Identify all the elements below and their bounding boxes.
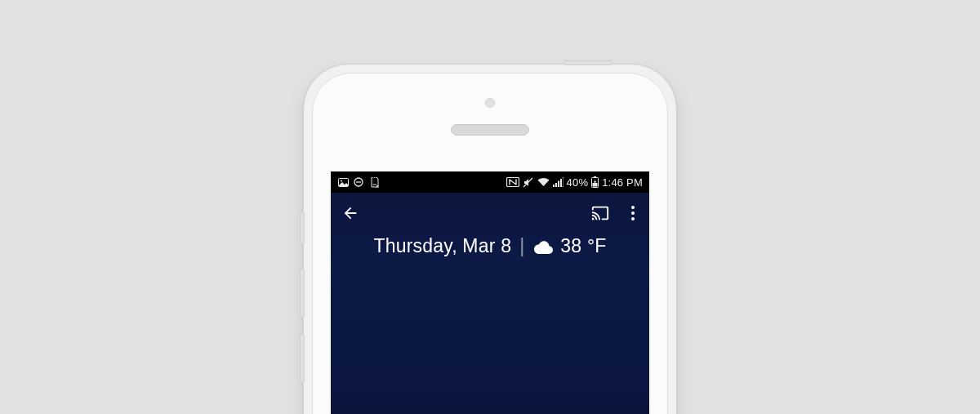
cast-icon: [590, 204, 610, 222]
arrow-back-icon: [341, 204, 359, 222]
phone-frame: 40% 1:46 PM: [303, 64, 677, 414]
svg-point-7: [546, 184, 548, 185]
signal-icon: [553, 176, 564, 188]
weather-chunk: 38 °F: [532, 235, 606, 257]
do-not-disturb-icon: [353, 176, 364, 188]
date-weather-row: Thursday, Mar 8 | 38 °F: [331, 235, 649, 257]
wifi-icon: [537, 176, 550, 188]
stage: 40% 1:46 PM: [0, 0, 980, 414]
svg-rect-10: [558, 181, 559, 188]
cast-button[interactable]: [587, 200, 613, 226]
svg-point-1: [341, 180, 342, 181]
mute-icon: [523, 176, 534, 188]
phone-camera: [485, 98, 495, 108]
svg-point-15: [631, 206, 635, 209]
status-bar: 40% 1:46 PM: [331, 171, 649, 193]
sim-notification-icon: [368, 176, 380, 188]
battery-icon: [591, 176, 599, 188]
image-notification-icon: [337, 176, 349, 188]
status-left: [337, 176, 380, 188]
current-temperature: 38 °F: [560, 235, 606, 257]
svg-point-17: [631, 217, 635, 220]
svg-rect-11: [560, 179, 562, 187]
phone-bezel: 40% 1:46 PM: [312, 73, 668, 414]
phone-speaker: [451, 124, 529, 136]
phone-side-button: [300, 211, 305, 244]
status-clock: 1:46 PM: [602, 176, 643, 189]
phone-side-button: [300, 269, 305, 318]
current-date: Thursday, Mar 8: [373, 235, 511, 257]
more-vert-icon: [631, 206, 635, 220]
battery-percent: 40%: [567, 176, 589, 189]
cloud-icon: [532, 239, 554, 254]
phone-side-button: [300, 334, 305, 383]
back-button[interactable]: [337, 200, 363, 226]
nfc-icon: [506, 176, 519, 188]
date-weather-divider: |: [519, 235, 524, 257]
svg-rect-8: [553, 185, 555, 187]
overflow-menu-button[interactable]: [625, 200, 641, 226]
phone-top-button: [564, 60, 612, 65]
screen: 40% 1:46 PM: [331, 171, 649, 414]
app-bar: [331, 193, 649, 234]
svg-rect-9: [555, 183, 557, 187]
status-right: 40% 1:46 PM: [506, 176, 643, 189]
svg-point-16: [631, 211, 635, 215]
